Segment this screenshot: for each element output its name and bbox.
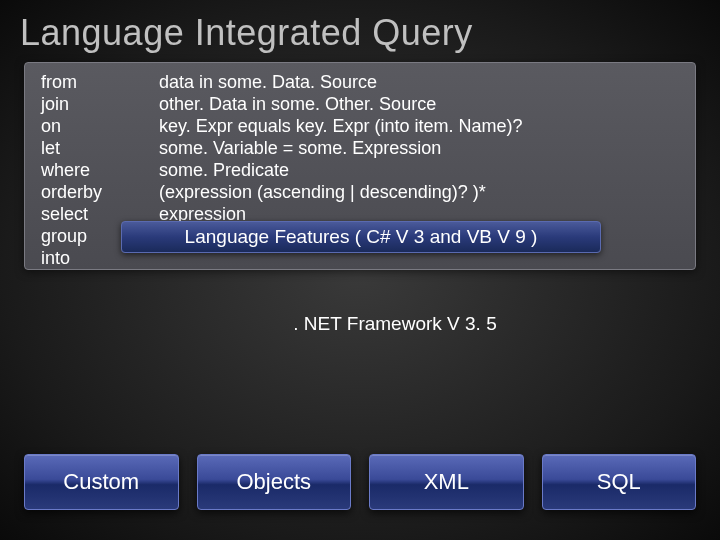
expression: some. Predicate — [159, 159, 289, 181]
keyword: orderby — [41, 181, 159, 203]
keyword: from — [41, 71, 159, 93]
expression: other. Data in some. Other. Source — [159, 93, 436, 115]
expression: (expression (ascending | descending)? )* — [159, 181, 486, 203]
code-row: on key. Expr equals key. Expr (into item… — [41, 115, 679, 137]
keyword: let — [41, 137, 159, 159]
provider-objects: Objects — [197, 454, 352, 510]
framework-bar: . NET Framework V 3. 5 — [220, 313, 570, 335]
keyword: where — [41, 159, 159, 181]
provider-custom: Custom — [24, 454, 179, 510]
expression: some. Variable = some. Expression — [159, 137, 441, 159]
keyword: on — [41, 115, 159, 137]
providers-row: Custom Objects XML SQL — [24, 454, 696, 510]
provider-sql: SQL — [542, 454, 697, 510]
code-row: where some. Predicate — [41, 159, 679, 181]
code-row: join other. Data in some. Other. Source — [41, 93, 679, 115]
provider-xml: XML — [369, 454, 524, 510]
expression: data in some. Data. Source — [159, 71, 377, 93]
code-row: orderby (expression (ascending | descend… — [41, 181, 679, 203]
code-panel: from data in some. Data. Source join oth… — [24, 62, 696, 270]
code-row: let some. Variable = some. Expression — [41, 137, 679, 159]
language-features-bar: Language Features ( C# V 3 and VB V 9 ) — [121, 221, 601, 253]
slide-title: Language Integrated Query — [0, 0, 720, 62]
expression: key. Expr equals key. Expr (into item. N… — [159, 115, 522, 137]
code-row: from data in some. Data. Source — [41, 71, 679, 93]
keyword: join — [41, 93, 159, 115]
